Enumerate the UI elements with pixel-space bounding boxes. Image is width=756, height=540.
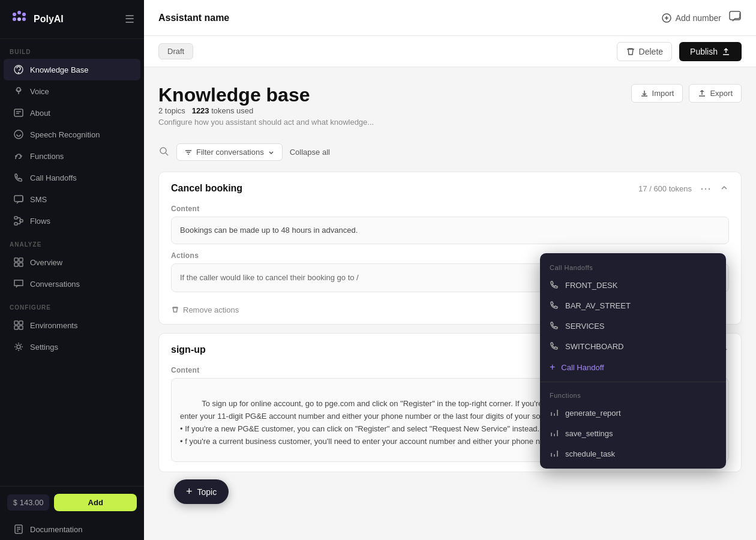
dropdown-item-switchboard[interactable]: SWITCHBOARD: [540, 336, 726, 356]
sidebar-item-overview-label: Overview: [30, 258, 62, 267]
menu-icon[interactable]: ☰: [125, 13, 134, 26]
about-icon: [13, 107, 24, 118]
import-button[interactable]: Import: [631, 84, 683, 103]
topic-collapse-icon[interactable]: [719, 183, 729, 194]
sidebar-item-call-handoffs[interactable]: Call Handoffs: [4, 167, 140, 188]
svg-point-2: [22, 13, 26, 16]
content-label: Content: [171, 205, 729, 213]
chat-icon-btn[interactable]: [728, 10, 742, 25]
svg-point-0: [13, 13, 16, 16]
add-number-button[interactable]: Add number: [661, 13, 721, 23]
svg-rect-14: [14, 196, 23, 202]
svg-point-5: [22, 17, 26, 21]
tokens-label: tokens used: [211, 106, 253, 115]
kb-description: Configure how you assistant should act a…: [158, 118, 374, 127]
svg-rect-15: [14, 217, 17, 219]
add-topic-button[interactable]: + Topic: [174, 479, 229, 504]
sidebar-item-voice[interactable]: Voice: [4, 80, 140, 102]
sidebar-item-conversations[interactable]: Conversations: [4, 273, 140, 295]
dropdown-item-schedule-task[interactable]: schedule_task: [540, 443, 726, 464]
dropdown-item-save-settings[interactable]: save_settings: [540, 423, 726, 443]
sidebar-item-speech-recognition-label: Speech Recognition: [30, 130, 100, 139]
sidebar-item-speech-recognition[interactable]: Speech Recognition: [4, 124, 140, 145]
dropdown-divider: [540, 382, 726, 382]
plus-icon-add-topic: +: [186, 485, 193, 498]
sidebar-header: PolyAI ☰: [0, 0, 144, 39]
svg-rect-18: [14, 258, 18, 262]
call-icon-front-desk: [550, 280, 559, 290]
delete-button[interactable]: Delete: [617, 42, 672, 61]
sidebar-item-sms[interactable]: SMS: [4, 188, 140, 210]
search-icon-btn[interactable]: [158, 146, 169, 158]
assistant-name: Assistant name: [158, 13, 229, 23]
svg-rect-22: [14, 321, 18, 325]
sms-icon: [13, 194, 24, 205]
topic-header-cancel-booking: Cancel booking 17 / 600 tokens ⋯: [159, 172, 741, 205]
svg-rect-25: [19, 326, 23, 329]
analyze-section-label: ANALYZE: [0, 232, 144, 251]
sidebar-item-environments[interactable]: Environments: [4, 314, 140, 336]
filter-icon: [184, 148, 193, 157]
call-icon-switchboard: [550, 341, 559, 351]
dropdown-item-label-front-desk: FRONT_DESK: [565, 281, 617, 290]
add-credits-button[interactable]: Add: [54, 494, 137, 511]
sidebar-item-environments-label: Environments: [30, 321, 77, 330]
dropdown-item-label-switchboard: SWITCHBOARD: [565, 342, 624, 351]
sidebar-item-knowledge-base[interactable]: Knowledge Base: [4, 59, 140, 80]
add-number-icon: [661, 13, 672, 23]
export-button[interactable]: Export: [689, 84, 742, 103]
sidebar-item-settings[interactable]: Settings: [4, 336, 140, 358]
sidebar-item-voice-label: Voice: [30, 87, 49, 96]
topic-meta-cancel-booking: 17 / 600 tokens ⋯: [638, 182, 729, 195]
topbar: Assistant name Add number: [144, 0, 756, 36]
topic-title-signup: sign-up: [171, 344, 206, 355]
svg-point-13: [14, 130, 23, 139]
sub-actions: Delete Publish: [617, 42, 742, 61]
filter-conversations-button[interactable]: Filter conversations: [176, 143, 283, 161]
sidebar-item-conversations-label: Conversations: [30, 280, 80, 289]
function-icon-generate-report: [550, 408, 559, 418]
svg-point-3: [13, 17, 16, 21]
content-section: Content Bookings can be made up to 48 ho…: [171, 205, 729, 244]
sidebar-item-about[interactable]: About: [4, 102, 140, 124]
kb-header-actions: Import Export: [631, 84, 742, 103]
sidebar-item-overview[interactable]: Overview: [4, 251, 140, 273]
functions-icon: [13, 151, 24, 161]
logo-text: PolyAI: [34, 14, 64, 25]
dropdown-item-label-schedule-task: schedule_task: [565, 449, 615, 458]
dropdown-item-generate-report[interactable]: generate_report: [540, 403, 726, 423]
topic-title-cancel-booking: Cancel booking: [171, 183, 242, 194]
publish-button[interactable]: Publish: [679, 42, 742, 61]
dropdown-item-label-bar-av-street: BAR_AV_STREET: [565, 301, 631, 310]
build-section-label: BUILD: [0, 39, 144, 59]
topic-more-icon[interactable]: ⋯: [698, 182, 713, 195]
documentation-icon: [13, 524, 24, 535]
add-number-label: Add number: [676, 13, 721, 23]
svg-rect-20: [14, 263, 18, 266]
sidebar-item-flows[interactable]: Flows: [4, 210, 140, 232]
kb-title: Knowledge base: [158, 84, 374, 106]
voice-icon: [13, 86, 24, 97]
call-handoffs-dropdown: Call Handoffs FRONT_DESK BAR_AV_STREET S…: [540, 253, 726, 469]
plus-icon: +: [550, 362, 555, 373]
collapse-all-button[interactable]: Collapse all: [290, 148, 330, 157]
sidebar-item-knowledge-base-label: Knowledge Base: [30, 65, 89, 74]
tokens-used: 1223: [192, 106, 209, 115]
export-label: Export: [710, 89, 733, 98]
call-handoffs-icon: [13, 172, 24, 183]
dropdown-item-services[interactable]: SERVICES: [540, 316, 726, 336]
filter-bar: Filter conversations Collapse all: [158, 143, 742, 161]
dropdown-add-call-handoff[interactable]: + Call Handoff: [540, 356, 726, 378]
balance-badge: $ 143.00: [7, 494, 49, 511]
sidebar-item-functions[interactable]: Functions: [4, 145, 140, 167]
dropdown-item-front-desk[interactable]: FRONT_DESK: [540, 275, 726, 295]
sidebar-item-settings-label: Settings: [30, 343, 58, 352]
add-topic-label: Topic: [197, 487, 217, 497]
svg-rect-23: [19, 321, 23, 325]
call-handoffs-section-label: Call Handoffs: [540, 258, 726, 275]
sidebar-item-documentation[interactable]: Documentation: [4, 518, 140, 540]
main-content: Assistant name Add number Draft Delete P…: [144, 0, 756, 540]
sidebar-item-about-label: About: [30, 109, 50, 118]
content-field-cancel-booking[interactable]: Bookings can be made up to 48 hours in a…: [171, 217, 729, 244]
dropdown-item-bar-av-street[interactable]: BAR_AV_STREET: [540, 295, 726, 316]
